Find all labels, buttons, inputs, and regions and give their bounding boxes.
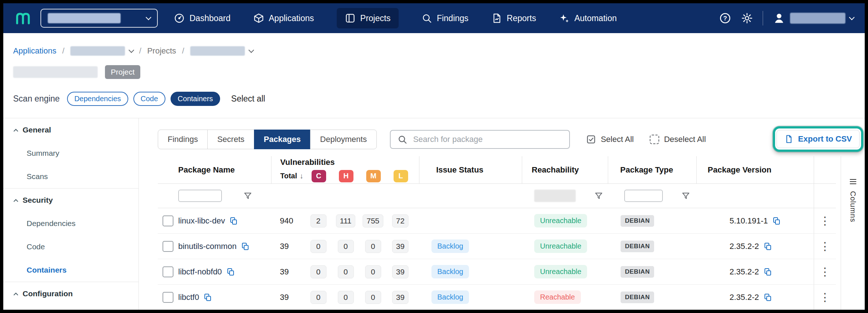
critical-count: 0 xyxy=(310,291,327,304)
sidebar-item-code[interactable]: Code xyxy=(3,235,138,258)
copy-icon[interactable] xyxy=(772,217,781,225)
nav-label: Automation xyxy=(574,13,617,23)
copy-icon[interactable] xyxy=(241,242,250,251)
table-row: linux-libc-dev 940 2 111 755 72 Unreacha… xyxy=(158,208,836,234)
columns-label: Columns xyxy=(849,191,857,222)
total-count: 39 xyxy=(280,267,289,277)
brand-logo[interactable] xyxy=(14,11,31,26)
organization-select[interactable] xyxy=(40,9,158,28)
nav-item-applications[interactable]: Applications xyxy=(253,13,314,24)
export-csv-highlight-ring: Export to CSV xyxy=(773,126,863,152)
total-count: 39 xyxy=(280,242,289,251)
filter-icon[interactable] xyxy=(594,191,603,201)
reachability-filter-input-redacted[interactable] xyxy=(534,190,576,202)
high-count: 0 xyxy=(338,240,354,253)
scan-engine-pill-dependencies[interactable]: Dependencies xyxy=(67,92,128,106)
column-header-package-name: Package Name xyxy=(178,156,271,183)
column-header-total-sort[interactable]: Total ↓ xyxy=(271,172,305,180)
chevron-down-icon xyxy=(128,47,134,53)
package-version: 2.35.2-2 xyxy=(730,267,759,277)
tab-packages[interactable]: Packages xyxy=(254,130,311,149)
nav-item-findings[interactable]: Findings xyxy=(421,13,469,24)
checkbox-checked-icon xyxy=(586,134,596,144)
package-type-filter-input[interactable] xyxy=(624,190,663,202)
package-type-filter-cell xyxy=(608,184,696,208)
select-all-button[interactable]: Select All xyxy=(586,134,634,144)
total-count: 39 xyxy=(280,293,289,302)
high-count: 111 xyxy=(336,214,356,227)
columns-panel-toggle[interactable]: Columns xyxy=(841,156,865,310)
medium-count: 755 xyxy=(363,214,383,227)
sidebar-section-header-security[interactable]: Security xyxy=(3,189,138,212)
filter-icon[interactable] xyxy=(681,191,691,201)
nav-item-dashboard[interactable]: Dashboard xyxy=(174,13,231,24)
filter-actions-spacer xyxy=(814,184,836,208)
user-menu[interactable] xyxy=(773,12,854,25)
content-area: General Summary Scans Security Dependenc… xyxy=(3,118,865,310)
reachability-pill: Unreachable xyxy=(534,214,587,227)
sidebar-item-dependencies[interactable]: Dependencies xyxy=(3,212,138,235)
application-selector[interactable] xyxy=(70,46,133,56)
breadcrumb: Applications / / Projects / xyxy=(13,43,253,59)
package-name-filter-input[interactable] xyxy=(178,190,222,202)
sidebar-item-containers[interactable]: Containers xyxy=(3,258,138,282)
deselect-all-button[interactable]: Deselect All xyxy=(650,135,706,144)
package-name: libctf0 xyxy=(178,293,199,302)
sidebar-section-label: Configuration xyxy=(23,289,73,298)
project-selector[interactable] xyxy=(190,46,253,56)
nav-label: Reports xyxy=(507,13,536,23)
select-all-engines[interactable]: Select all xyxy=(231,94,265,104)
kebab-menu-icon[interactable]: ⋮ xyxy=(820,215,830,226)
copy-icon[interactable] xyxy=(763,242,772,251)
kebab-menu-icon[interactable]: ⋮ xyxy=(820,241,830,252)
copy-icon[interactable] xyxy=(203,293,212,302)
critical-count: 2 xyxy=(310,214,327,227)
package-type-badge: DEBIAN xyxy=(621,215,654,227)
primary-nav: Dashboard Applications Projects Findings… xyxy=(174,8,617,28)
nav-item-projects[interactable]: Projects xyxy=(337,8,399,28)
copy-icon[interactable] xyxy=(763,268,772,276)
search-input[interactable] xyxy=(413,135,563,144)
nav-item-automation[interactable]: Automation xyxy=(559,13,617,24)
copy-icon[interactable] xyxy=(763,293,772,302)
nav-item-reports[interactable]: Reports xyxy=(491,13,536,24)
package-name: linux-libc-dev xyxy=(178,216,225,226)
packages-table: Package Name Vulnerabilities Total ↓ C H… xyxy=(158,156,836,310)
filter-icon[interactable] xyxy=(243,191,253,201)
scan-engine-pill-code[interactable]: Code xyxy=(133,92,165,106)
export-csv-label: Export to CSV xyxy=(798,134,852,144)
row-checkbox[interactable] xyxy=(163,292,173,303)
row-checkbox[interactable] xyxy=(163,215,173,226)
scan-engine-label: Scan engine xyxy=(13,94,60,104)
scan-engine-pill-containers[interactable]: Containers xyxy=(171,92,220,106)
app-window: Dashboard Applications Projects Findings… xyxy=(0,0,868,313)
chevron-down-icon xyxy=(146,14,152,20)
export-csv-button[interactable]: Export to CSV xyxy=(777,130,860,148)
row-checkbox[interactable] xyxy=(163,241,173,252)
kebab-menu-icon[interactable]: ⋮ xyxy=(820,266,830,277)
tab-secrets[interactable]: Secrets xyxy=(207,130,254,149)
nav-label: Applications xyxy=(269,13,314,23)
package-search xyxy=(390,130,570,149)
breadcrumb-link-applications[interactable]: Applications xyxy=(13,46,56,56)
copy-icon[interactable] xyxy=(226,268,235,276)
row-checkbox[interactable] xyxy=(163,266,173,277)
sidebar-section-header-configuration[interactable]: Configuration xyxy=(3,282,138,305)
sort-desc-arrow-icon: ↓ xyxy=(300,172,303,180)
breadcrumb-projects: Projects xyxy=(147,46,176,56)
sidebar-item-scans[interactable]: Scans xyxy=(3,165,138,188)
dashboard-icon xyxy=(174,13,185,24)
sidebar-item-summary[interactable]: Summary xyxy=(3,142,138,165)
sidebar: General Summary Scans Security Dependenc… xyxy=(3,118,139,310)
tab-findings[interactable]: Findings xyxy=(158,130,208,149)
kebab-menu-icon[interactable]: ⋮ xyxy=(820,292,830,303)
gear-icon[interactable] xyxy=(741,12,753,24)
copy-icon[interactable] xyxy=(229,217,238,225)
low-count: 39 xyxy=(392,240,408,253)
tab-deployments[interactable]: Deployments xyxy=(310,130,376,149)
chevron-down-icon xyxy=(849,14,855,20)
help-icon[interactable]: ? xyxy=(719,12,731,24)
issue-status-filter-spacer xyxy=(419,184,522,208)
sidebar-section-header-general[interactable]: General xyxy=(3,118,138,142)
deselect-all-label: Deselect All xyxy=(664,135,706,144)
